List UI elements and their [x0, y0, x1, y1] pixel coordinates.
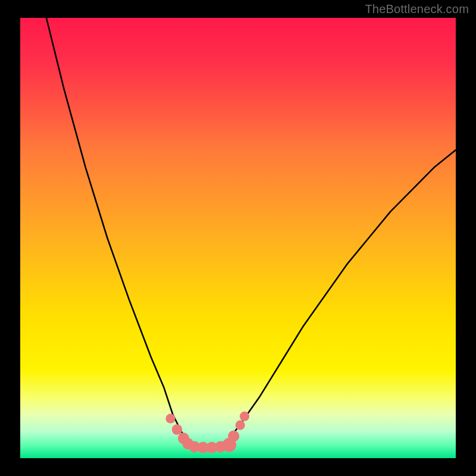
watermark-text: TheBottleneck.com	[365, 2, 469, 16]
bottleneck-curve	[46, 18, 456, 447]
trough-marker	[172, 424, 183, 435]
chart-frame: TheBottleneck.com	[0, 0, 476, 476]
trough-marker	[240, 412, 249, 421]
trough-markers	[165, 412, 249, 453]
trough-marker	[228, 430, 239, 441]
curve-layer	[20, 18, 456, 458]
plot-area	[20, 18, 456, 458]
trough-marker	[165, 414, 175, 423]
trough-marker	[236, 420, 245, 430]
